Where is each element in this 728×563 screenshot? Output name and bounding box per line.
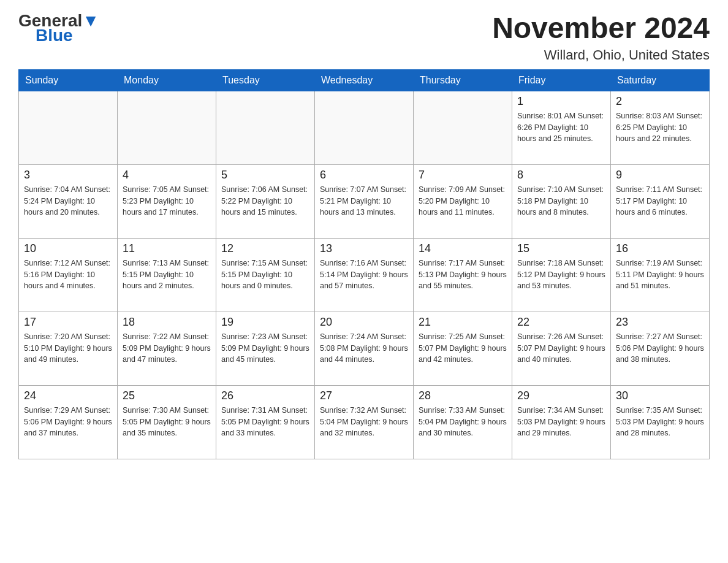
day-number: 21 (419, 316, 507, 329)
calendar-cell: 30Sunrise: 7:35 AM Sunset: 5:03 PM Dayli… (611, 385, 710, 459)
day-number: 9 (616, 169, 704, 182)
calendar-week-row: 1Sunrise: 8:01 AM Sunset: 6:26 PM Daylig… (19, 91, 710, 164)
weekday-header-monday: Monday (118, 69, 216, 91)
day-info: Sunrise: 7:09 AM Sunset: 5:20 PM Dayligh… (419, 184, 507, 218)
calendar-cell: 3Sunrise: 7:04 AM Sunset: 5:24 PM Daylig… (19, 164, 118, 238)
calendar-cell: 24Sunrise: 7:29 AM Sunset: 5:06 PM Dayli… (19, 385, 118, 459)
main-title: November 2024 (492, 12, 710, 45)
day-info: Sunrise: 7:13 AM Sunset: 5:15 PM Dayligh… (123, 258, 211, 292)
weekday-header-thursday: Thursday (414, 69, 512, 91)
weekday-header-tuesday: Tuesday (216, 69, 315, 91)
calendar-cell: 23Sunrise: 7:27 AM Sunset: 5:06 PM Dayli… (611, 312, 710, 385)
day-number: 3 (24, 169, 112, 182)
calendar-cell: 28Sunrise: 7:33 AM Sunset: 5:04 PM Dayli… (414, 385, 512, 459)
calendar-cell: 4Sunrise: 7:05 AM Sunset: 5:23 PM Daylig… (118, 164, 216, 238)
day-info: Sunrise: 7:33 AM Sunset: 5:04 PM Dayligh… (419, 405, 507, 439)
calendar-week-row: 24Sunrise: 7:29 AM Sunset: 5:06 PM Dayli… (19, 385, 710, 459)
weekday-header-row: SundayMondayTuesdayWednesdayThursdayFrid… (19, 69, 710, 91)
day-info: Sunrise: 7:17 AM Sunset: 5:13 PM Dayligh… (419, 258, 507, 292)
logo-blue-text: Blue (36, 27, 73, 44)
day-number: 5 (221, 169, 309, 182)
day-info: Sunrise: 7:27 AM Sunset: 5:06 PM Dayligh… (616, 331, 704, 366)
calendar-cell: 10Sunrise: 7:12 AM Sunset: 5:16 PM Dayli… (19, 238, 118, 312)
weekday-header-friday: Friday (512, 69, 611, 91)
day-number: 11 (123, 242, 211, 255)
calendar-cell: 12Sunrise: 7:15 AM Sunset: 5:15 PM Dayli… (216, 238, 315, 312)
day-number: 6 (320, 169, 408, 182)
day-info: Sunrise: 7:30 AM Sunset: 5:05 PM Dayligh… (123, 405, 211, 439)
calendar-cell: 21Sunrise: 7:25 AM Sunset: 5:07 PM Dayli… (414, 312, 512, 385)
calendar-week-row: 10Sunrise: 7:12 AM Sunset: 5:16 PM Dayli… (19, 238, 710, 312)
day-number: 20 (320, 316, 408, 329)
calendar-cell: 20Sunrise: 7:24 AM Sunset: 5:08 PM Dayli… (315, 312, 414, 385)
day-info: Sunrise: 7:04 AM Sunset: 5:24 PM Dayligh… (24, 184, 112, 218)
day-info: Sunrise: 7:23 AM Sunset: 5:09 PM Dayligh… (221, 331, 309, 366)
day-number: 25 (123, 389, 211, 402)
day-info: Sunrise: 7:12 AM Sunset: 5:16 PM Dayligh… (24, 258, 112, 292)
day-info: Sunrise: 7:35 AM Sunset: 5:03 PM Dayligh… (616, 405, 704, 439)
day-number: 10 (24, 242, 112, 255)
day-info: Sunrise: 7:31 AM Sunset: 5:05 PM Dayligh… (221, 405, 309, 439)
calendar-cell: 25Sunrise: 7:30 AM Sunset: 5:05 PM Dayli… (118, 385, 216, 459)
day-info: Sunrise: 7:29 AM Sunset: 5:06 PM Dayligh… (24, 405, 112, 439)
day-info: Sunrise: 7:15 AM Sunset: 5:15 PM Dayligh… (221, 258, 309, 292)
calendar-header: SundayMondayTuesdayWednesdayThursdayFrid… (19, 69, 710, 91)
logo: General▼ Blue (18, 12, 99, 44)
day-number: 7 (419, 169, 507, 182)
day-number: 2 (616, 95, 704, 108)
day-info: Sunrise: 7:05 AM Sunset: 5:23 PM Dayligh… (123, 184, 211, 218)
calendar-cell: 6Sunrise: 7:07 AM Sunset: 5:21 PM Daylig… (315, 164, 414, 238)
day-number: 8 (517, 169, 605, 182)
sub-title: Willard, Ohio, United States (492, 47, 710, 63)
calendar-cell: 2Sunrise: 8:03 AM Sunset: 6:25 PM Daylig… (611, 91, 710, 164)
day-number: 27 (320, 389, 408, 402)
calendar-cell: 13Sunrise: 7:16 AM Sunset: 5:14 PM Dayli… (315, 238, 414, 312)
day-number: 17 (24, 316, 112, 329)
day-number: 15 (517, 242, 605, 255)
day-number: 26 (221, 389, 309, 402)
calendar-cell: 17Sunrise: 7:20 AM Sunset: 5:10 PM Dayli… (19, 312, 118, 385)
calendar-cell: 22Sunrise: 7:26 AM Sunset: 5:07 PM Dayli… (512, 312, 611, 385)
day-number: 4 (123, 169, 211, 182)
weekday-header-sunday: Sunday (19, 69, 118, 91)
day-info: Sunrise: 7:11 AM Sunset: 5:17 PM Dayligh… (616, 184, 704, 218)
day-number: 22 (517, 316, 605, 329)
calendar-cell: 7Sunrise: 7:09 AM Sunset: 5:20 PM Daylig… (414, 164, 512, 238)
day-number: 1 (517, 95, 605, 108)
day-number: 24 (24, 389, 112, 402)
title-block: November 2024 Willard, Ohio, United Stat… (492, 12, 710, 63)
day-number: 16 (616, 242, 704, 255)
day-info: Sunrise: 7:20 AM Sunset: 5:10 PM Dayligh… (24, 331, 112, 366)
day-number: 19 (221, 316, 309, 329)
calendar-cell: 15Sunrise: 7:18 AM Sunset: 5:12 PM Dayli… (512, 238, 611, 312)
calendar-cell: 11Sunrise: 7:13 AM Sunset: 5:15 PM Dayli… (118, 238, 216, 312)
calendar-cell (118, 91, 216, 164)
page-header: General▼ Blue November 2024 Willard, Ohi… (18, 12, 710, 63)
day-info: Sunrise: 8:03 AM Sunset: 6:25 PM Dayligh… (616, 110, 704, 145)
calendar-cell: 18Sunrise: 7:22 AM Sunset: 5:09 PM Dayli… (118, 312, 216, 385)
calendar-cell (414, 91, 512, 164)
day-info: Sunrise: 7:26 AM Sunset: 5:07 PM Dayligh… (517, 331, 605, 366)
calendar-week-row: 17Sunrise: 7:20 AM Sunset: 5:10 PM Dayli… (19, 312, 710, 385)
calendar-body: 1Sunrise: 8:01 AM Sunset: 6:26 PM Daylig… (19, 91, 710, 459)
day-number: 30 (616, 389, 704, 402)
calendar-cell: 5Sunrise: 7:06 AM Sunset: 5:22 PM Daylig… (216, 164, 315, 238)
day-number: 13 (320, 242, 408, 255)
calendar-week-row: 3Sunrise: 7:04 AM Sunset: 5:24 PM Daylig… (19, 164, 710, 238)
day-number: 28 (419, 389, 507, 402)
calendar-cell (315, 91, 414, 164)
day-info: Sunrise: 7:06 AM Sunset: 5:22 PM Dayligh… (221, 184, 309, 218)
calendar-cell (19, 91, 118, 164)
calendar-cell: 27Sunrise: 7:32 AM Sunset: 5:04 PM Dayli… (315, 385, 414, 459)
day-info: Sunrise: 7:07 AM Sunset: 5:21 PM Dayligh… (320, 184, 408, 218)
day-number: 18 (123, 316, 211, 329)
calendar-cell: 9Sunrise: 7:11 AM Sunset: 5:17 PM Daylig… (611, 164, 710, 238)
day-info: Sunrise: 7:19 AM Sunset: 5:11 PM Dayligh… (616, 258, 704, 292)
calendar-cell: 14Sunrise: 7:17 AM Sunset: 5:13 PM Dayli… (414, 238, 512, 312)
day-info: Sunrise: 7:32 AM Sunset: 5:04 PM Dayligh… (320, 405, 408, 439)
day-info: Sunrise: 7:18 AM Sunset: 5:12 PM Dayligh… (517, 258, 605, 292)
day-number: 14 (419, 242, 507, 255)
day-info: Sunrise: 7:25 AM Sunset: 5:07 PM Dayligh… (419, 331, 507, 366)
day-number: 12 (221, 242, 309, 255)
day-info: Sunrise: 7:10 AM Sunset: 5:18 PM Dayligh… (517, 184, 605, 218)
